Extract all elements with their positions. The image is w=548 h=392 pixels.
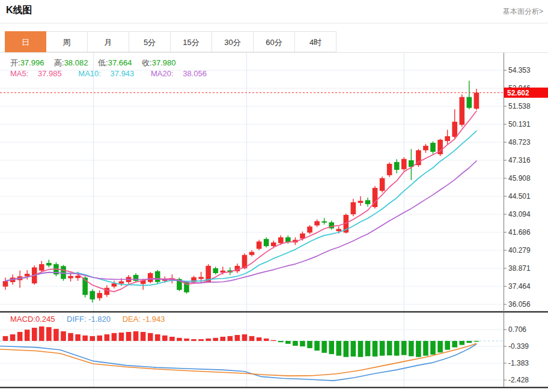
ma20-line — [5, 161, 476, 283]
axis-tick-label: -1.383 — [508, 359, 529, 367]
axis-tick-label: -0.339 — [508, 342, 529, 351]
ma10-line — [5, 131, 476, 285]
current-price-value: 52.602 — [507, 89, 529, 97]
axis-tick-label: 37.464 — [508, 282, 531, 291]
axis-tick-label: 48.723 — [508, 138, 531, 146]
ma10-value: MA10: 37.943 — [78, 69, 141, 78]
ohlc-info: 开:37.996 高:38.082 低:37.664 收:37.980 — [10, 58, 183, 68]
ma5-line — [5, 111, 476, 292]
macd-axis-labels: 0.706-0.339-1.383-2.428 — [504, 325, 529, 384]
axis-tick-label: 43.094 — [508, 210, 531, 219]
kline-app: K线图 基本面分析> 日周月5分15分30分60分4时 54.35352.946… — [0, 0, 548, 392]
axis-tick-label: 51.538 — [508, 102, 531, 110]
low-value: 37.664 — [108, 58, 132, 67]
axis-tick-label: 40.279 — [508, 246, 531, 255]
ma20-value: MA20: 38.056 — [151, 69, 214, 78]
macd-info: MACD:0.245 DIFF: -1.820 DEA: -1.943 — [10, 315, 174, 324]
macd-value: MACD:0.245 — [10, 315, 55, 324]
axis-tick-label: 47.316 — [508, 156, 531, 164]
current-price-badge: 52.602 — [504, 88, 548, 98]
ma-info: MA5: 37.985 MA10: 37.943 MA20: 38.056 — [10, 69, 221, 78]
dea-value: DEA: -1.943 — [123, 315, 165, 324]
close-label: 收: — [142, 58, 152, 67]
axis-tick-label: 38.871 — [508, 264, 531, 273]
low-label: 低: — [98, 58, 108, 67]
close-value: 37.980 — [152, 58, 176, 67]
axis-tick-label: 45.908 — [508, 174, 531, 182]
axis-tick-label: 0.706 — [508, 325, 526, 334]
ma5-value: MA5: 37.985 — [10, 69, 69, 78]
axis-tick-label: 41.686 — [508, 228, 531, 237]
candles-group — [3, 81, 479, 303]
pane-borders — [0, 53, 548, 388]
open-label: 开: — [10, 58, 20, 67]
axis-tick-label: 36.056 — [508, 300, 531, 309]
open-value: 37.996 — [20, 58, 44, 67]
axis-tick-label: 54.353 — [508, 66, 531, 74]
high-value: 38.082 — [64, 58, 88, 67]
diff-value: DIFF: -1.820 — [67, 315, 111, 324]
axis-tick-label: 44.501 — [508, 192, 531, 201]
axis-tick-label: 50.131 — [508, 120, 531, 128]
axis-tick-label: -2.428 — [508, 376, 529, 384]
macd-histogram — [3, 327, 479, 357]
price-axis-labels: 54.35352.94651.53850.13148.72347.31645.9… — [504, 66, 531, 309]
high-label: 高: — [54, 58, 64, 67]
